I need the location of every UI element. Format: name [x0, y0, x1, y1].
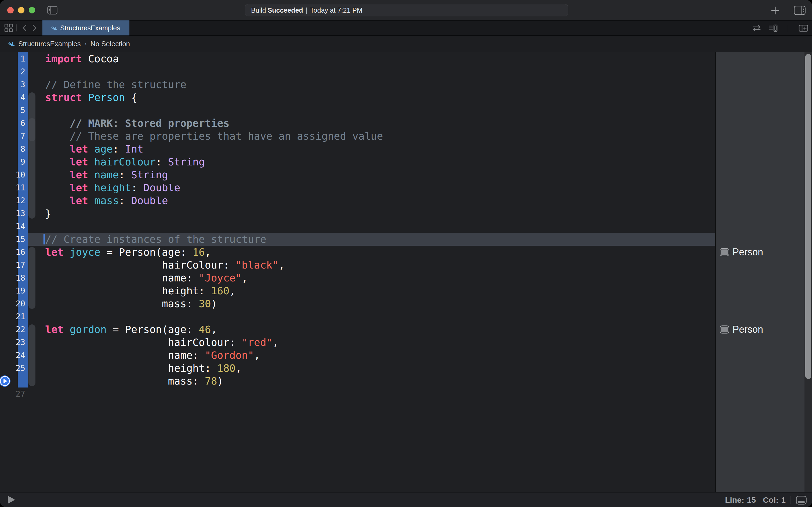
fold-region-indicator[interactable]	[28, 118, 36, 141]
jump-bar: StructuresExamples › No Selection	[0, 36, 812, 52]
code-line-26: mass: 78)	[45, 375, 383, 388]
fold-region-indicator[interactable]	[28, 324, 36, 386]
gutter-line-14[interactable]: 14	[0, 220, 28, 233]
run-to-line-play-button[interactable]	[0, 375, 11, 387]
close-button[interactable]	[7, 7, 14, 13]
gutter-line-3[interactable]: 3	[0, 78, 28, 91]
playground-results-sidebar: PersonPerson	[715, 52, 805, 492]
line-number: 25	[15, 363, 25, 373]
toggle-bottom-panel-icon[interactable]	[796, 496, 807, 505]
gutter-line-12[interactable]: 12	[0, 194, 28, 207]
divider	[788, 25, 789, 32]
col-label: Col:	[763, 496, 778, 505]
source-editor[interactable]: 1234567891011121314151617181920212223242…	[0, 52, 715, 492]
swap-editors-icon[interactable]	[752, 25, 761, 32]
gutter-line-19[interactable]: 19	[0, 284, 28, 297]
gutter-line-23[interactable]: 23	[0, 336, 28, 349]
add-editor-icon[interactable]	[799, 24, 808, 32]
fold-region-indicator[interactable]	[28, 92, 36, 219]
code-line-21	[45, 310, 383, 323]
code-line-8: let age: Int	[45, 143, 383, 156]
gutter-line-13[interactable]: 13	[0, 207, 28, 220]
status-separator: |	[306, 6, 308, 14]
toggle-right-inspector-icon[interactable]	[794, 6, 806, 15]
gutter-line-10[interactable]: 10	[0, 168, 28, 181]
scrollbar-track[interactable]	[805, 52, 812, 492]
code-line-17: hairColour: "black",	[45, 259, 383, 272]
titlebar: Build Succeeded | Today at 7:21 PM	[0, 0, 812, 21]
line-number: 9	[20, 157, 25, 167]
editor-options-icon[interactable]	[768, 24, 777, 32]
code-line-20: mass: 30)	[45, 297, 383, 310]
toggle-left-sidebar-icon[interactable]	[47, 6, 57, 14]
text-cursor	[44, 234, 45, 245]
gutter-line-27[interactable]: 27	[0, 388, 28, 400]
result-type-badge-icon	[719, 326, 729, 334]
run-playground-icon[interactable]	[7, 496, 15, 504]
gutter-line-15[interactable]: 15	[0, 233, 28, 246]
code-line-18: name: "Joyce",	[45, 272, 383, 284]
gutter-line-8[interactable]: 8	[0, 143, 28, 156]
code-line-10: let name: String	[45, 168, 383, 181]
line-number: 24	[15, 350, 25, 360]
gutter-line-11[interactable]: 11	[0, 181, 28, 194]
gutter-line-18[interactable]: 18	[0, 272, 28, 284]
gutter-line-17[interactable]: 17	[0, 259, 28, 272]
code-line-13: }	[45, 207, 383, 220]
gutter-line-26[interactable]	[0, 375, 28, 388]
code-line-25: height: 180,	[45, 362, 383, 375]
activity-status-pill[interactable]: Build Succeeded | Today at 7:21 PM	[245, 4, 568, 16]
line-number: 15	[15, 234, 25, 244]
navigate-forward-icon[interactable]	[31, 24, 38, 32]
traffic-lights	[7, 7, 35, 13]
zoom-button[interactable]	[29, 7, 35, 13]
code-line-3: // Define the structure	[45, 78, 383, 91]
code-line-4: struct Person {	[45, 91, 383, 104]
code-line-24: name: "Gordon",	[45, 349, 383, 362]
gutter-line-22[interactable]: 22	[0, 323, 28, 336]
gutter-line-24[interactable]: 24	[0, 349, 28, 362]
breadcrumb-separator: ›	[84, 40, 87, 48]
add-button[interactable]	[771, 6, 780, 15]
divider	[791, 496, 791, 504]
gutter-line-5[interactable]: 5	[0, 104, 28, 117]
navigate-back-icon[interactable]	[21, 24, 28, 32]
cursor-position: Line: 15 Col: 1	[725, 496, 786, 505]
scrollbar-thumb[interactable]	[805, 54, 811, 379]
fold-region-indicator[interactable]	[28, 247, 36, 309]
gutter-line-20[interactable]: 20	[0, 297, 28, 310]
line-number: 14	[15, 222, 25, 231]
result-type-badge-icon	[719, 248, 729, 256]
line-number-gutter[interactable]: 1234567891011121314151617181920212223242…	[0, 52, 28, 400]
minimize-button[interactable]	[18, 7, 24, 13]
result-type-label: Person	[733, 324, 763, 335]
gutter-line-9[interactable]: 9	[0, 156, 28, 168]
code-line-15: // Create instances of the structure	[45, 233, 383, 246]
code-line-1: import Cocoa	[45, 52, 383, 65]
col-value: 1	[781, 496, 786, 505]
code-line-5	[45, 104, 383, 117]
tab-bar: StructuresExamples	[0, 21, 812, 36]
build-status-prefix: Build	[251, 6, 266, 14]
gutter-line-25[interactable]: 25	[0, 362, 28, 375]
breadcrumb-selection[interactable]: No Selection	[91, 40, 130, 48]
code-line-9: let hairColour: String	[45, 156, 383, 168]
gutter-line-7[interactable]: 7	[0, 130, 28, 143]
code-content[interactable]: import Cocoa// Define the structurestruc…	[45, 52, 383, 400]
gutter-line-6[interactable]: 6	[0, 117, 28, 130]
tab-overview-icon[interactable]	[4, 23, 13, 32]
line-number: 4	[20, 93, 25, 102]
code-line-22: let gordon = Person(age: 46,	[45, 323, 383, 336]
line-number: 7	[20, 131, 25, 141]
result-row-2[interactable]: Person	[716, 323, 805, 336]
tab-structures-examples[interactable]: StructuresExamples	[43, 20, 129, 36]
result-row-1[interactable]: Person	[716, 246, 805, 259]
line-number: 11	[15, 183, 25, 192]
gutter-line-4[interactable]: 4	[0, 91, 28, 104]
gutter-line-21[interactable]: 21	[0, 310, 28, 323]
gutter-line-16[interactable]: 16	[0, 246, 28, 259]
tab-label: StructuresExamples	[60, 24, 120, 32]
breadcrumb-file[interactable]: StructuresExamples	[18, 40, 81, 48]
gutter-line-2[interactable]: 2	[0, 65, 28, 78]
gutter-line-1[interactable]: 1	[0, 52, 28, 65]
